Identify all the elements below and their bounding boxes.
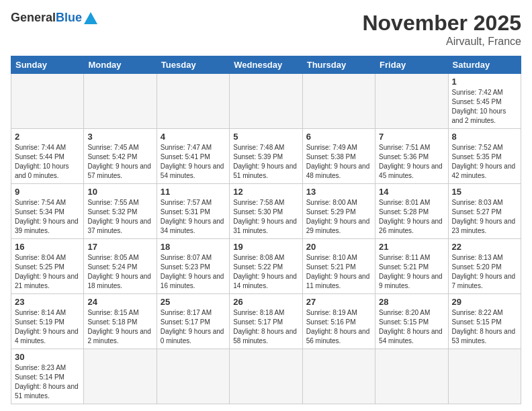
- calendar-week-row: 30Sunrise: 8:23 AM Sunset: 5:14 PM Dayli…: [11, 349, 521, 404]
- day-info: Sunrise: 8:07 AM Sunset: 5:23 PM Dayligh…: [161, 253, 226, 291]
- day-number: 26: [233, 297, 298, 307]
- calendar-day-cell: [11, 74, 84, 129]
- day-number: 6: [306, 132, 371, 142]
- day-number: 27: [306, 297, 371, 307]
- day-number: 16: [15, 242, 80, 252]
- calendar-day-cell: 30Sunrise: 8:23 AM Sunset: 5:14 PM Dayli…: [11, 349, 84, 404]
- calendar-day-cell: 18Sunrise: 8:07 AM Sunset: 5:23 PM Dayli…: [157, 239, 229, 294]
- day-number: 9: [15, 187, 80, 197]
- day-number: 12: [233, 187, 298, 197]
- day-info: Sunrise: 8:05 AM Sunset: 5:24 PM Dayligh…: [87, 253, 152, 291]
- calendar-day-cell: 20Sunrise: 8:10 AM Sunset: 5:21 PM Dayli…: [302, 239, 375, 294]
- day-info: Sunrise: 8:22 AM Sunset: 5:15 PM Dayligh…: [452, 308, 517, 346]
- weekday-header-row: Sunday Monday Tuesday Wednesday Thursday…: [11, 56, 521, 74]
- calendar-day-cell: 29Sunrise: 8:22 AM Sunset: 5:15 PM Dayli…: [448, 294, 521, 349]
- day-info: Sunrise: 8:20 AM Sunset: 5:15 PM Dayligh…: [379, 308, 444, 346]
- day-info: Sunrise: 7:49 AM Sunset: 5:38 PM Dayligh…: [306, 143, 371, 181]
- calendar-day-cell: 9Sunrise: 7:54 AM Sunset: 5:34 PM Daylig…: [11, 184, 84, 239]
- day-number: 29: [452, 297, 517, 307]
- location-subtitle: Airvault, France: [362, 36, 521, 48]
- day-info: Sunrise: 7:47 AM Sunset: 5:41 PM Dayligh…: [161, 143, 226, 181]
- calendar-day-cell: [157, 349, 229, 404]
- calendar-day-cell: 1Sunrise: 7:42 AM Sunset: 5:45 PM Daylig…: [448, 74, 521, 129]
- day-info: Sunrise: 8:17 AM Sunset: 5:17 PM Dayligh…: [161, 308, 226, 346]
- day-number: 22: [452, 242, 517, 252]
- calendar-day-cell: 25Sunrise: 8:17 AM Sunset: 5:17 PM Dayli…: [157, 294, 229, 349]
- calendar-day-cell: 19Sunrise: 8:08 AM Sunset: 5:22 PM Dayli…: [230, 239, 302, 294]
- day-number: 14: [379, 187, 444, 197]
- day-info: Sunrise: 8:10 AM Sunset: 5:21 PM Dayligh…: [306, 253, 371, 291]
- calendar-day-cell: 22Sunrise: 8:13 AM Sunset: 5:20 PM Dayli…: [448, 239, 521, 294]
- day-info: Sunrise: 8:15 AM Sunset: 5:18 PM Dayligh…: [87, 308, 152, 346]
- header-sunday: Sunday: [11, 56, 84, 74]
- day-info: Sunrise: 8:14 AM Sunset: 5:19 PM Dayligh…: [15, 308, 80, 346]
- calendar-day-cell: [375, 349, 448, 404]
- day-info: Sunrise: 8:03 AM Sunset: 5:27 PM Dayligh…: [452, 198, 517, 236]
- day-number: 28: [379, 297, 444, 307]
- day-info: Sunrise: 8:18 AM Sunset: 5:17 PM Dayligh…: [233, 308, 298, 346]
- calendar-day-cell: [448, 349, 521, 404]
- calendar-day-cell: 16Sunrise: 8:04 AM Sunset: 5:25 PM Dayli…: [11, 239, 84, 294]
- day-info: Sunrise: 8:23 AM Sunset: 5:14 PM Dayligh…: [15, 363, 80, 401]
- logo-triangle-icon: [84, 12, 97, 24]
- day-number: 23: [15, 297, 80, 307]
- calendar-day-cell: 27Sunrise: 8:19 AM Sunset: 5:16 PM Dayli…: [302, 294, 375, 349]
- day-info: Sunrise: 8:01 AM Sunset: 5:28 PM Dayligh…: [379, 198, 444, 236]
- day-info: Sunrise: 8:04 AM Sunset: 5:25 PM Dayligh…: [15, 253, 80, 291]
- day-number: 3: [87, 132, 152, 142]
- day-info: Sunrise: 7:52 AM Sunset: 5:35 PM Dayligh…: [452, 143, 517, 181]
- calendar-day-cell: 8Sunrise: 7:52 AM Sunset: 5:35 PM Daylig…: [448, 129, 521, 184]
- day-info: Sunrise: 7:44 AM Sunset: 5:44 PM Dayligh…: [15, 143, 80, 181]
- logo-blue-text: Blue: [56, 11, 82, 25]
- day-number: 5: [233, 132, 298, 142]
- calendar-day-cell: [302, 349, 375, 404]
- calendar-day-cell: [157, 74, 229, 129]
- day-number: 13: [306, 187, 371, 197]
- day-info: Sunrise: 7:42 AM Sunset: 5:45 PM Dayligh…: [452, 88, 517, 126]
- calendar-day-cell: [84, 74, 157, 129]
- day-info: Sunrise: 8:08 AM Sunset: 5:22 PM Dayligh…: [233, 253, 298, 291]
- day-info: Sunrise: 8:11 AM Sunset: 5:21 PM Dayligh…: [379, 253, 444, 291]
- day-number: 15: [452, 187, 517, 197]
- calendar-day-cell: 13Sunrise: 8:00 AM Sunset: 5:29 PM Dayli…: [302, 184, 375, 239]
- calendar-day-cell: 26Sunrise: 8:18 AM Sunset: 5:17 PM Dayli…: [230, 294, 302, 349]
- header-tuesday: Tuesday: [157, 56, 229, 74]
- day-info: Sunrise: 8:13 AM Sunset: 5:20 PM Dayligh…: [452, 253, 517, 291]
- calendar-day-cell: 6Sunrise: 7:49 AM Sunset: 5:38 PM Daylig…: [302, 129, 375, 184]
- day-info: Sunrise: 7:54 AM Sunset: 5:34 PM Dayligh…: [15, 198, 80, 236]
- day-info: Sunrise: 8:19 AM Sunset: 5:16 PM Dayligh…: [306, 308, 371, 346]
- header-thursday: Thursday: [302, 56, 375, 74]
- calendar-day-cell: 21Sunrise: 8:11 AM Sunset: 5:21 PM Dayli…: [375, 239, 448, 294]
- day-number: 1: [452, 77, 517, 87]
- calendar-day-cell: [302, 74, 375, 129]
- calendar-day-cell: 12Sunrise: 7:58 AM Sunset: 5:30 PM Dayli…: [230, 184, 302, 239]
- day-number: 17: [87, 242, 152, 252]
- calendar-day-cell: [375, 74, 448, 129]
- calendar-day-cell: 3Sunrise: 7:45 AM Sunset: 5:42 PM Daylig…: [84, 129, 157, 184]
- day-number: 18: [161, 242, 226, 252]
- calendar-week-row: 9Sunrise: 7:54 AM Sunset: 5:34 PM Daylig…: [11, 184, 521, 239]
- page: General Blue November 2025 Airvault, Fra…: [0, 0, 532, 411]
- day-number: 7: [379, 132, 444, 142]
- calendar-week-row: 23Sunrise: 8:14 AM Sunset: 5:19 PM Dayli…: [11, 294, 521, 349]
- calendar-day-cell: 7Sunrise: 7:51 AM Sunset: 5:36 PM Daylig…: [375, 129, 448, 184]
- day-info: Sunrise: 7:48 AM Sunset: 5:39 PM Dayligh…: [233, 143, 298, 181]
- calendar-day-cell: 2Sunrise: 7:44 AM Sunset: 5:44 PM Daylig…: [11, 129, 84, 184]
- day-info: Sunrise: 7:45 AM Sunset: 5:42 PM Dayligh…: [87, 143, 152, 181]
- day-number: 21: [379, 242, 444, 252]
- day-number: 10: [87, 187, 152, 197]
- calendar-day-cell: 5Sunrise: 7:48 AM Sunset: 5:39 PM Daylig…: [230, 129, 302, 184]
- day-number: 19: [233, 242, 298, 252]
- day-number: 4: [161, 132, 226, 142]
- day-number: 8: [452, 132, 517, 142]
- calendar-day-cell: [84, 349, 157, 404]
- day-number: 24: [87, 297, 152, 307]
- calendar-week-row: 2Sunrise: 7:44 AM Sunset: 5:44 PM Daylig…: [11, 129, 521, 184]
- day-number: 2: [15, 132, 80, 142]
- logo-general-text: General: [11, 11, 56, 25]
- calendar-day-cell: 10Sunrise: 7:55 AM Sunset: 5:32 PM Dayli…: [84, 184, 157, 239]
- month-year-title: November 2025: [362, 11, 521, 36]
- day-number: 11: [161, 187, 226, 197]
- calendar-day-cell: 11Sunrise: 7:57 AM Sunset: 5:31 PM Dayli…: [157, 184, 229, 239]
- calendar-day-cell: [230, 349, 302, 404]
